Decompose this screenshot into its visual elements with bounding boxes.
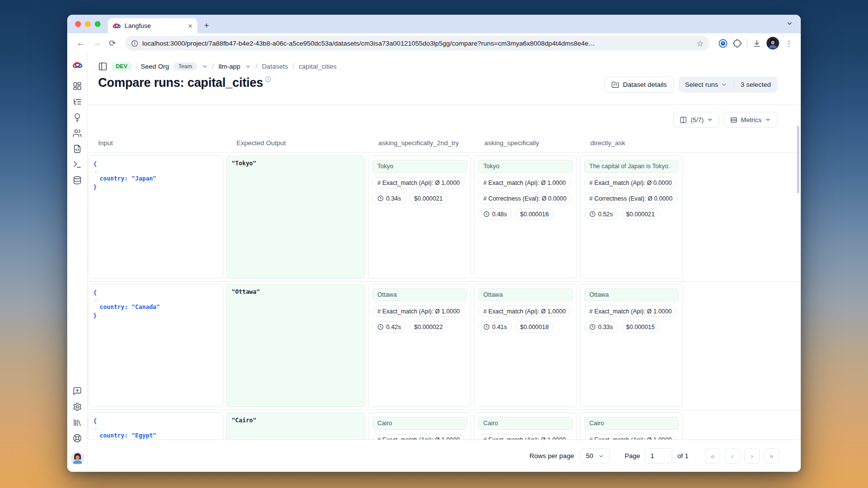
latency-badge: 0.42s xyxy=(372,321,406,333)
run-cell[interactable]: Cairo # Exact_match (Api): Ø 1.0000 xyxy=(368,412,471,439)
metrics-button[interactable]: Metrics xyxy=(724,112,777,128)
breadcrumb-project[interactable]: llm-app xyxy=(218,63,240,70)
page-total-label: of 1 xyxy=(677,452,688,460)
browser-profile-avatar[interactable] xyxy=(766,37,779,50)
metrics-label: Metrics xyxy=(741,116,762,124)
sidebar-item-datasets[interactable] xyxy=(71,174,84,186)
browser-tab-langfuse[interactable]: Langfuse × xyxy=(108,18,197,33)
breadcrumb-datasets-link[interactable]: Datasets xyxy=(262,63,288,70)
title-info-icon[interactable] xyxy=(265,76,271,82)
sidebar-item-library[interactable] xyxy=(71,416,84,429)
sidebar-item-settings[interactable] xyxy=(71,400,84,413)
close-window-button[interactable] xyxy=(75,21,81,27)
rows-icon xyxy=(730,116,737,124)
cost-badge: $0.000022 xyxy=(409,321,447,333)
first-page-button[interactable]: « xyxy=(705,448,720,463)
rows-per-page-select[interactable]: 50 xyxy=(580,448,610,463)
table-row: { country: "Canada" } "Ottawa" Ottawa # … xyxy=(88,282,801,410)
run-output: The capital of Japan is Tokyo. xyxy=(584,160,679,173)
expected-output-cell: "Ottawa" xyxy=(226,284,365,407)
url-bar[interactable]: localhost:3000/project/7a88fb47-b4e2-43b… xyxy=(125,36,710,51)
next-page-button[interactable]: › xyxy=(744,448,760,463)
site-info-icon[interactable] xyxy=(131,40,138,47)
browser-menu-icon[interactable]: ⋮ xyxy=(784,39,794,48)
url-text: localhost:3000/project/7a88fb47-b4e2-43b… xyxy=(142,40,693,47)
run-cell[interactable]: The capital of Japan is Tokyo. # Exact_m… xyxy=(580,155,683,279)
score-badge: # Correctness (Eval): Ø 0.0000 xyxy=(478,193,572,204)
project-chevron-down-icon[interactable] xyxy=(245,63,251,70)
table-row: { country: "Japan" } "Tokyo" Tokyo # Exa… xyxy=(88,153,801,282)
run-cell[interactable]: Tokyo # Exact_match (Api): Ø 1.0000 0.34… xyxy=(368,155,471,279)
user-avatar[interactable] xyxy=(71,451,84,465)
json-collapse-icon[interactable] xyxy=(93,427,218,432)
cost-badge: $0.000021 xyxy=(409,193,447,204)
reload-icon[interactable]: ⟳ xyxy=(105,36,119,50)
breadcrumb-separator: / xyxy=(212,62,214,70)
view-toolbar: (5/7) Metrics xyxy=(88,112,801,128)
sidebar-item-support[interactable] xyxy=(71,432,84,444)
columns-icon xyxy=(680,116,687,124)
rows-per-page-value: 50 xyxy=(586,452,593,460)
forward-icon[interactable]: → xyxy=(90,36,104,50)
run-cell[interactable]: Cairo # Exact_match (Api): Ø 1.0000 xyxy=(580,412,683,439)
sidebar-item-sessions[interactable] xyxy=(71,111,84,124)
column-visibility-button[interactable]: (5/7) xyxy=(673,112,719,128)
app-scrollbar[interactable] xyxy=(797,126,799,193)
latency-badge: 0.33s xyxy=(584,321,618,333)
org-role-badge: Team xyxy=(173,62,197,71)
json-collapse-icon[interactable] xyxy=(93,298,218,303)
org-chevron-down-icon[interactable] xyxy=(202,63,208,70)
run-cell[interactable]: Cairo # Exact_match (Api): Ø 1.0000 xyxy=(474,412,577,439)
select-runs-button[interactable]: Select runs 3 selected xyxy=(679,77,777,93)
cost-badge: $0.000015 xyxy=(621,321,659,333)
breadcrumb-org[interactable]: Seed Org xyxy=(141,63,169,70)
run-cell[interactable]: Ottawa # Exact_match (Api): Ø 1.0000 0.4… xyxy=(474,284,577,407)
rows-per-page-label: Rows per page xyxy=(529,452,574,460)
latency-badge: 0.34s xyxy=(372,193,406,204)
json-collapse-icon[interactable] xyxy=(93,170,218,175)
sidebar-item-tracing[interactable] xyxy=(71,95,84,108)
extensions-puzzle-icon[interactable] xyxy=(733,39,742,48)
sidebar-item-playground[interactable] xyxy=(71,158,84,171)
page-number-input[interactable] xyxy=(645,448,672,463)
prev-page-button[interactable]: ‹ xyxy=(725,448,740,463)
breadcrumb-dataset-link[interactable]: capital_cities xyxy=(299,63,337,70)
run-cell[interactable]: Ottawa # Exact_match (Api): Ø 1.0000 0.4… xyxy=(368,284,471,407)
title-row: Compare runs: capital_cities Dataset det… xyxy=(98,76,777,104)
score-badge: # Exact_match (Api): Ø 1.0000 xyxy=(478,177,571,188)
password-manager-icon[interactable] xyxy=(718,39,728,48)
sidebar-item-prompts[interactable] xyxy=(71,142,84,155)
run-output: Ottawa xyxy=(478,288,573,301)
sidebar-item-feedback[interactable] xyxy=(71,385,84,397)
minimize-window-button[interactable] xyxy=(85,21,91,27)
run-cell[interactable]: Tokyo # Exact_match (Api): Ø 1.0000 # Co… xyxy=(474,155,577,279)
folder-icon xyxy=(611,81,619,89)
dataset-details-button[interactable]: Dataset details xyxy=(605,77,674,93)
page-label: Page xyxy=(625,452,640,460)
langfuse-logo-icon[interactable] xyxy=(71,59,84,72)
score-badge: # Exact_match (Api): Ø 1.0000 xyxy=(372,177,465,188)
sidebar-toggle-icon[interactable] xyxy=(98,62,107,71)
breadcrumb-divider xyxy=(136,62,136,70)
column-header-run-1: asking_specifically_2nd_try xyxy=(378,139,481,147)
bookmark-star-icon[interactable]: ☆ xyxy=(697,39,704,48)
back-icon[interactable]: ← xyxy=(74,36,88,50)
run-cell[interactable]: Ottawa # Exact_match (Api): Ø 1.0000 0.3… xyxy=(580,284,683,407)
cost-badge: $0.000016 xyxy=(515,208,553,220)
maximize-window-button[interactable] xyxy=(95,21,101,27)
main-content: DEV Seed Org Team / llm-app / Dat xyxy=(88,53,801,472)
input-cell: { country: "Japan" } xyxy=(88,155,223,279)
sidebar-item-dashboard[interactable] xyxy=(71,79,84,92)
run-output: Cairo xyxy=(478,417,573,430)
downloads-icon[interactable] xyxy=(752,39,762,48)
new-tab-button[interactable]: + xyxy=(200,19,213,32)
selected-count-badge: 3 selected xyxy=(734,81,777,88)
tab-search-chevron-icon[interactable] xyxy=(786,20,793,27)
page-header: DEV Seed Org Team / llm-app / Dat xyxy=(88,53,801,105)
score-badge: # Exact_match (Api): Ø 1.0000 xyxy=(372,306,465,317)
last-page-button[interactable]: » xyxy=(764,448,779,463)
score-badge: # Exact_match (Api): Ø 1.0000 xyxy=(478,306,571,317)
sidebar-item-users[interactable] xyxy=(71,127,84,139)
tab-close-icon[interactable]: × xyxy=(188,22,192,29)
select-runs-trigger[interactable]: Select runs xyxy=(679,81,734,88)
